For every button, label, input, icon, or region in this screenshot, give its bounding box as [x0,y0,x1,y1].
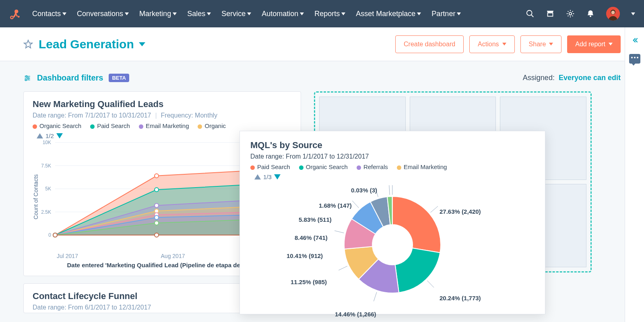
svg-point-17 [27,77,29,79]
pie-legend-pager[interactable]: 1/3 [250,170,535,182]
svg-point-36 [155,203,159,207]
svg-point-3 [18,16,20,18]
nav-partner[interactable]: Partner [431,10,461,18]
filters-icon[interactable] [23,74,31,82]
search-icon[interactable] [526,9,535,18]
svg-line-56 [339,266,347,270]
svg-line-58 [352,201,359,208]
svg-point-45 [155,215,159,219]
svg-text:2.5K: 2.5K [41,209,51,215]
svg-point-5 [527,10,532,16]
filters-row: Dashboard filters BETA Assigned: Everyon… [23,73,621,83]
mql-source-card-floating[interactable]: MQL's by Source Date range: From 1/1/201… [239,131,545,314]
create-dashboard-button[interactable]: Create dashboard [395,35,464,53]
share-button[interactable]: Share [520,35,562,53]
svg-line-55 [374,292,377,301]
marketplace-icon[interactable] [546,9,555,18]
svg-point-16 [26,75,27,77]
pie-legend: Paid Search Organic Search Referrals Ema… [250,160,535,170]
svg-line-57 [334,231,344,233]
mql-card-meta: Date range: From 7/1/2017 to 10/31/2017|… [33,112,292,119]
svg-point-2 [10,16,13,19]
svg-point-33 [155,188,159,192]
svg-line-6 [531,15,534,17]
nav-marketing[interactable]: Marketing [139,10,177,18]
page-title[interactable]: Lead Generation [39,37,145,51]
hubspot-logo-icon[interactable] [9,8,21,20]
svg-text:7.5K: 7.5K [41,163,51,169]
nav-contacts[interactable]: Contacts [32,10,66,18]
pie-meta: Date range: From 1/1/2017 to 12/31/2017 [250,153,535,160]
donut-chart: 27.63% (2,420)20.24% (1,773)14.46% (1,26… [250,182,535,305]
nav-reports[interactable]: Reports [314,10,345,18]
beta-badge: BETA [109,74,129,82]
actions-button[interactable]: Actions [469,35,514,53]
collapse-icon[interactable] [631,36,639,44]
svg-point-8 [569,12,572,15]
svg-point-18 [25,79,27,80]
dashboard-select-caret-icon [139,42,145,46]
svg-text:5K: 5K [45,186,51,192]
pager-prev-icon[interactable] [37,133,43,138]
pager-next-icon[interactable] [56,133,63,138]
mql-card-title: New Marketing Qualified Leads [33,99,292,109]
gear-icon[interactable] [566,9,575,18]
nav-items: Contacts Conversations Marketing Sales S… [32,10,526,18]
top-nav: Contacts Conversations Marketing Sales S… [0,0,644,27]
nav-service[interactable]: Service [221,10,251,18]
nav-automation[interactable]: Automation [262,10,304,18]
y-axis-label: Count of Contacts [33,174,39,219]
svg-point-12 [611,11,615,14]
favorite-star-icon[interactable] [23,39,33,49]
assigned-text: Assigned: Everyone can edit [523,74,621,82]
svg-point-9 [590,16,591,17]
svg-text:0: 0 [48,232,51,238]
add-report-button[interactable]: Add report [567,35,621,53]
nav-right [526,7,635,21]
svg-point-51 [155,233,159,237]
pager-next-icon[interactable] [274,174,281,180]
svg-text:10K: 10K [43,140,51,145]
svg-point-30 [155,174,159,178]
bell-icon[interactable] [586,9,595,18]
nav-conversations[interactable]: Conversations [77,10,129,18]
svg-rect-7 [548,13,553,16]
pager-prev-icon[interactable] [254,174,261,180]
avatar[interactable] [606,7,620,21]
svg-line-53 [431,206,438,213]
nav-asset-marketplace[interactable]: Asset Marketplace [356,10,421,18]
dashboard-header: Lead Generation Create dashboard Actions… [0,27,644,61]
mql-legend: Organic Search Paid Search Email Marketi… [33,119,292,129]
svg-point-48 [155,221,159,225]
account-caret-icon[interactable] [631,12,635,15]
svg-line-54 [427,281,434,287]
pie-title: MQL's by Source [250,140,535,151]
svg-point-50 [53,233,57,237]
nav-sales[interactable]: Sales [187,10,211,18]
filters-link[interactable]: Dashboard filters [37,73,103,83]
svg-line-60 [389,185,390,195]
assigned-link[interactable]: Everyone can edit [559,74,621,82]
